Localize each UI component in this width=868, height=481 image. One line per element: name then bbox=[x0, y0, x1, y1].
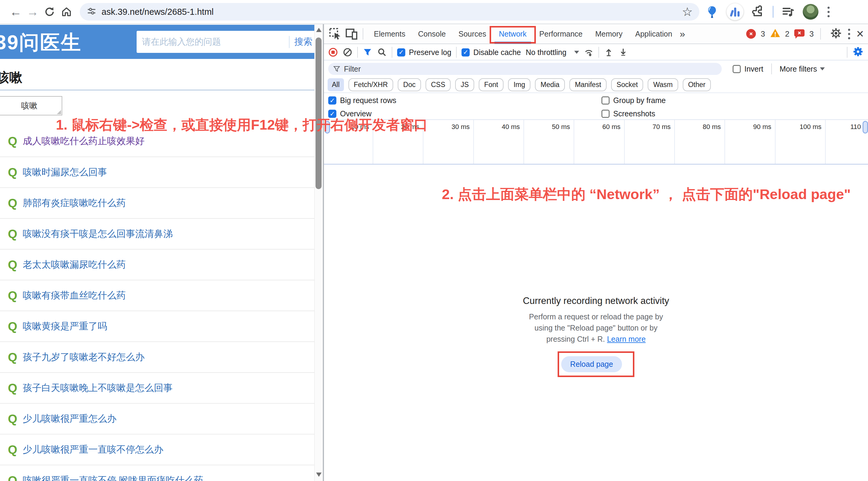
question-link[interactable]: 咳嗽黄痰是严重了吗 bbox=[23, 320, 107, 333]
ruler-gridline bbox=[825, 120, 826, 164]
device-toolbar-icon[interactable] bbox=[345, 27, 359, 41]
question-link[interactable]: 少儿咳嗽很严重怎么办 bbox=[23, 412, 116, 425]
warning-badge-icon[interactable] bbox=[770, 28, 780, 39]
chip-img[interactable]: Img bbox=[508, 78, 530, 91]
back-icon[interactable]: ← bbox=[7, 3, 24, 20]
record-network-log-icon[interactable] bbox=[328, 47, 338, 57]
overview-right-handle[interactable] bbox=[863, 121, 868, 133]
chip-css[interactable]: CSS bbox=[426, 78, 451, 91]
error-badge-icon[interactable] bbox=[746, 29, 756, 39]
devtools-settings-icon[interactable] bbox=[830, 27, 842, 40]
network-options: ✓ Big request rows Group by frame ✓ Over… bbox=[324, 93, 868, 119]
home-icon[interactable] bbox=[58, 3, 75, 20]
import-har-icon[interactable] bbox=[604, 47, 614, 57]
chip-manifest[interactable]: Manifest bbox=[569, 78, 607, 91]
scrollbar-thumb[interactable] bbox=[315, 37, 321, 189]
search-input[interactable]: 请在此输入您的问题 bbox=[142, 36, 289, 48]
question-row: Q肺部有炎症咳嗽吃什么药 bbox=[0, 187, 314, 218]
question-link[interactable]: 孩子九岁了咳嗽老不好怎么办 bbox=[23, 351, 145, 363]
browser-menu-icon[interactable] bbox=[826, 5, 831, 19]
chip-media[interactable]: Media bbox=[535, 78, 565, 91]
filter-input[interactable]: Filter bbox=[328, 63, 722, 75]
network-conditions-icon[interactable] bbox=[584, 47, 594, 57]
tab-console[interactable]: Console bbox=[412, 24, 452, 44]
more-tabs-icon[interactable]: » bbox=[680, 28, 685, 40]
question-link[interactable]: 孩子白天咳嗽晚上不咳嗽是怎么回事 bbox=[23, 382, 173, 394]
checkbox-unchecked-icon[interactable] bbox=[601, 110, 610, 118]
big-request-rows-checkbox[interactable]: ✓ Big request rows bbox=[328, 96, 396, 105]
bookmark-star-icon[interactable]: ☆ bbox=[682, 5, 693, 19]
checkbox-unchecked-icon[interactable] bbox=[733, 65, 741, 73]
inspect-element-icon[interactable] bbox=[328, 27, 342, 41]
issues-badge-icon[interactable] bbox=[794, 29, 805, 38]
chip-doc[interactable]: Doc bbox=[398, 78, 421, 91]
tab-application[interactable]: Application bbox=[629, 24, 679, 44]
chip-fetch-xhr[interactable]: Fetch/XHR bbox=[348, 78, 393, 91]
devtools-menu-icon[interactable] bbox=[847, 28, 851, 40]
recording-instructions: Perform a request or reload the page by … bbox=[324, 311, 868, 345]
reading-list-icon[interactable] bbox=[781, 5, 795, 19]
question-link[interactable]: 成人咳嗽吃什么药止咳效果好 bbox=[23, 135, 145, 148]
ruler-gridline bbox=[574, 120, 574, 164]
checkbox-checked-icon[interactable]: ✓ bbox=[397, 49, 405, 57]
profile-avatar[interactable] bbox=[803, 4, 818, 20]
question-link[interactable]: 肺部有炎症咳嗽吃什么药 bbox=[23, 197, 126, 210]
question-icon: Q bbox=[8, 166, 17, 178]
learn-more-link[interactable]: Learn more bbox=[607, 335, 646, 343]
question-row: Q孩子九岁了咳嗽老不好怎么办 bbox=[0, 342, 314, 372]
question-link[interactable]: 咳嗽很严重一直咳不停,喉咙里面痒吃什么药 bbox=[23, 474, 204, 481]
tab-performance[interactable]: Performance bbox=[533, 24, 589, 44]
chip-js[interactable]: JS bbox=[455, 78, 474, 91]
question-link[interactable]: 咳嗽时漏尿怎么回事 bbox=[23, 166, 107, 179]
site-logo[interactable]: 39问医生 bbox=[0, 29, 82, 56]
checkbox-unchecked-icon[interactable] bbox=[601, 96, 610, 104]
question-icon: Q bbox=[8, 320, 17, 332]
group-by-frame-checkbox[interactable]: Group by frame bbox=[601, 96, 666, 105]
reload-icon[interactable] bbox=[41, 3, 58, 20]
address-bar[interactable]: ask.39.net/news/2685-1.html ☆ bbox=[80, 3, 700, 21]
chip-wasm[interactable]: Wasm bbox=[648, 78, 678, 91]
chevron-down-icon bbox=[820, 67, 825, 70]
question-link[interactable]: 咳嗽有痰带血丝吃什么药 bbox=[23, 289, 126, 302]
stats-extension-icon[interactable] bbox=[726, 3, 743, 20]
toolbar-divider bbox=[771, 63, 772, 74]
chip-other[interactable]: Other bbox=[683, 78, 711, 91]
question-link[interactable]: 老太太咳嗽漏尿吃什么药 bbox=[23, 258, 126, 271]
extensions-puzzle-icon[interactable] bbox=[751, 5, 765, 19]
site-info-icon[interactable] bbox=[87, 6, 97, 18]
page-scrollbar[interactable] bbox=[314, 24, 323, 481]
forward-icon[interactable]: → bbox=[24, 3, 41, 20]
tab-memory[interactable]: Memory bbox=[589, 24, 629, 44]
tab-sources[interactable]: Sources bbox=[452, 24, 493, 44]
question-link[interactable]: 咳嗽没有痰干咳是怎么回事流清鼻涕 bbox=[23, 227, 173, 240]
export-har-icon[interactable] bbox=[618, 47, 628, 57]
scroll-down-icon[interactable] bbox=[316, 473, 321, 477]
checkbox-checked-icon[interactable]: ✓ bbox=[328, 96, 336, 104]
clear-network-log-icon[interactable] bbox=[343, 47, 352, 57]
search-icon[interactable] bbox=[377, 47, 387, 57]
question-list: Q成人咳嗽吃什么药止咳效果好 Q咳嗽时漏尿怎么回事 Q肺部有炎症咳嗽吃什么药 Q… bbox=[0, 126, 314, 481]
balloon-extension-icon[interactable] bbox=[705, 5, 719, 19]
network-settings-icon[interactable] bbox=[852, 46, 864, 59]
reload-page-button[interactable]: Reload page bbox=[561, 356, 622, 372]
scroll-up-icon[interactable] bbox=[316, 28, 321, 32]
chip-socket[interactable]: Socket bbox=[611, 78, 643, 91]
keyword-tag[interactable]: 咳嗽 bbox=[0, 96, 62, 116]
devtools-close-icon[interactable]: × bbox=[856, 28, 864, 40]
tab-network[interactable]: Network bbox=[493, 24, 533, 44]
tab-elements[interactable]: Elements bbox=[368, 24, 412, 44]
more-filters-dropdown[interactable]: More filters bbox=[780, 65, 825, 73]
chip-all[interactable]: All bbox=[328, 78, 344, 91]
preserve-log-checkbox[interactable]: ✓ Preserve log bbox=[397, 48, 451, 57]
url-text[interactable]: ask.39.net/news/2685-1.html bbox=[101, 7, 682, 17]
chip-font[interactable]: Font bbox=[479, 78, 503, 91]
invert-checkbox[interactable]: Invert bbox=[733, 65, 764, 73]
question-link[interactable]: 少儿咳嗽很严重一直咳不停怎么办 bbox=[23, 443, 163, 456]
disable-cache-checkbox[interactable]: ✓ Disable cache bbox=[462, 48, 521, 57]
throttling-dropdown[interactable]: No throttling bbox=[526, 48, 579, 57]
filter-funnel-icon[interactable] bbox=[363, 47, 372, 57]
checkbox-checked-icon[interactable]: ✓ bbox=[462, 49, 470, 57]
site-search-box[interactable]: 请在此输入您的问题 搜索 bbox=[136, 31, 314, 53]
screenshots-checkbox[interactable]: Screenshots bbox=[601, 109, 655, 118]
search-button[interactable]: 搜索 bbox=[294, 36, 312, 48]
